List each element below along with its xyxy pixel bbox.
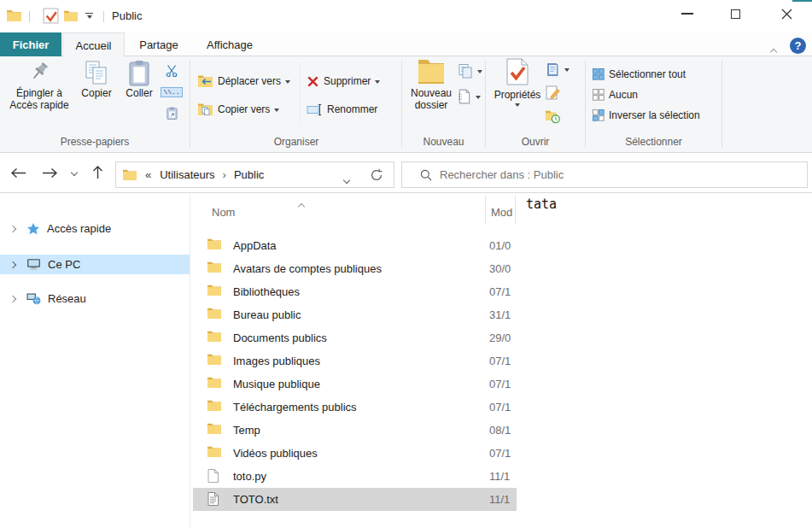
properties-button[interactable]: Propriétés [492,58,543,109]
pushpin-icon [28,60,50,87]
breadcrumb-utilisateurs[interactable]: Utilisateurs [160,168,214,181]
column-header-modified[interactable]: Mod [491,206,512,219]
copy-to-button[interactable]: Copier vers [197,100,279,119]
rename-button[interactable]: Renommer [307,100,377,119]
file-name: Bureau public [233,308,301,321]
column-separator[interactable] [485,196,486,224]
chevron-right-icon[interactable] [9,261,16,267]
qat-new-folder-button[interactable] [64,10,78,21]
recent-locations-button[interactable] [72,170,77,175]
refresh-icon [370,168,383,182]
select-none-button[interactable]: Aucun [593,85,638,104]
chevron-right-icon[interactable] [9,295,16,302]
ribbon-tabstrip: Fichier Accueil Partage Affichage ? [0,32,812,56]
maximize-icon [731,9,740,19]
breadcrumb-public[interactable]: Public [234,168,264,181]
forward-button[interactable] [42,167,58,179]
paste-button[interactable]: Coller [120,60,159,99]
copy-path-button[interactable]: \\.. [161,82,182,102]
column-header-name[interactable]: Nom [212,206,235,219]
select-all-button[interactable]: Sélectionner tout [593,65,686,84]
select-none-label: Aucun [609,89,638,101]
folder-icon [207,377,221,388]
file-name: Temp [233,424,260,437]
edit-button[interactable] [545,83,560,103]
open-button[interactable] [545,60,570,79]
file-row[interactable]: Images publiques 07/1 [193,349,517,373]
file-row[interactable]: Vidéos publiques 07/1 [193,442,517,465]
new-item-icon [458,89,471,104]
copy-button[interactable]: Copier [75,60,118,99]
back-button[interactable] [10,167,26,179]
new-item-button[interactable] [458,87,481,106]
sidebar-label[interactable]: Réseau [48,292,86,305]
new-folder-button[interactable]: Nouveau dossier [406,58,456,111]
delete-label: Supprimer [324,75,371,87]
copy-icon [83,60,110,87]
navigation-bar: « Utilisateurs › Public [0,153,812,193]
file-row[interactable]: Bibliothèques 07/1 [193,280,517,303]
file-date-modified: 07/1 [489,355,511,367]
refresh-button[interactable] [370,168,383,182]
address-bar[interactable]: « Utilisateurs › Public [115,161,394,188]
window-title: Public [112,9,142,22]
file-rows: AppData 01/0 Avatars de comptes publique… [190,234,517,511]
sidebar-item-quick-access[interactable]: Accès rapide [0,219,190,238]
file-row[interactable]: TOTO.txt 11/1 [193,488,517,511]
open-small-buttons [545,60,570,126]
column-separator[interactable] [515,196,516,224]
file-date-modified: 07/1 [489,285,511,298]
file-row[interactable]: Documents publics 29/0 [193,326,517,349]
file-row[interactable]: Avatars de comptes publiques 30/0 [193,257,517,280]
copy-label: Copier [81,87,111,99]
tab-affichage[interactable]: Affichage [193,32,266,56]
address-dropdown-button[interactable] [344,173,349,185]
sidebar-label[interactable]: Ce PC [48,258,80,271]
select-none-icon [593,89,605,101]
notepad-icon [545,62,560,77]
file-row[interactable]: AppData 01/0 [193,234,517,257]
folder-icon [207,446,221,457]
file-name: Vidéos publiques [233,447,318,460]
tab-fichier[interactable]: Fichier [0,32,61,56]
move-to-button[interactable]: Déplacer vers [197,72,290,91]
new-folder-icon [417,58,446,84]
help-button[interactable]: ? [790,38,806,54]
sidebar-item-ce-pc[interactable]: Ce PC [0,255,190,274]
up-button[interactable] [92,165,103,179]
file-row[interactable]: toto.py 11/1 [193,465,517,488]
easy-access-icon [458,63,473,79]
file-icon [207,469,219,483]
file-row[interactable]: Musique publique 07/1 [193,373,517,396]
qat-customize-dropdown[interactable] [85,13,93,21]
folder-icon [207,238,221,249]
maximize-button[interactable] [714,0,757,27]
move-to-icon [197,74,213,88]
file-date-modified: 07/1 [489,447,511,460]
group-label-clipboard: Presse-papiers [0,136,190,148]
delete-button[interactable]: Supprimer [307,72,380,91]
breadcrumb-collapsed[interactable]: « [145,168,151,181]
minimize-button[interactable] [666,0,709,27]
chevron-down-icon [343,177,350,184]
tab-partage[interactable]: Partage [125,32,193,56]
rename-icon [307,103,323,116]
pin-quick-access-button[interactable]: Épingler à Accès rapide [5,60,73,111]
paste-shortcut-button[interactable] [161,103,182,123]
sidebar-label[interactable]: Accès rapide [47,222,111,235]
chevron-right-icon[interactable] [9,225,16,232]
close-button[interactable] [765,0,808,27]
cut-button[interactable] [161,61,182,80]
text-file-icon [207,492,219,506]
file-date-modified: 29/0 [489,331,511,344]
invert-selection-button[interactable]: Inverser la sélection [593,106,700,125]
easy-access-button[interactable] [458,62,482,80]
history-button[interactable] [545,107,560,126]
qat-properties-button[interactable] [43,8,59,24]
sidebar-item-reseau[interactable]: Réseau [0,289,190,308]
tab-accueil[interactable]: Accueil [62,32,125,57]
file-row[interactable]: Temp 08/1 [193,419,517,442]
file-row[interactable]: Téléchargements publics 07/1 [193,396,517,419]
file-row[interactable]: Bureau public 31/1 [193,303,517,326]
search-input[interactable] [440,162,798,187]
